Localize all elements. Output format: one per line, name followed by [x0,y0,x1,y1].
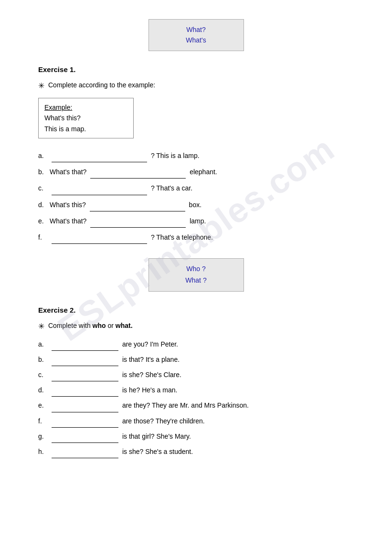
title-box: What? What's [148,19,244,51]
exercise1-section: Exercise 1. ✳ Complete according to the … [38,65,354,244]
exercise2-item-d: d. is he? He's a man. [38,384,354,397]
item2-letter-g: g. [38,431,50,442]
exercise2-item-h: h. is she? She's a student. [38,446,354,458]
exercise2-item-b: b. is that? It's a plane. [38,354,354,366]
asterisk2-icon: ✳ [38,322,44,331]
exercise1-item-d: d. What's this? box. [38,199,354,211]
example-line2: This is a map. [44,124,127,134]
item2-c-text: is she? She's Clare. [120,369,181,381]
item-b-text2: elephant. [188,166,217,178]
who-bold: who [93,322,106,329]
exercise2-item-a: a. are you? I'm Peter. [38,338,354,351]
asterisk-icon: ✳ [38,81,44,90]
item2-letter-e: e. [38,400,50,411]
exercise2-instruction: ✳ Complete with who or what. [38,322,354,331]
exercise2-items: a. are you? I'm Peter. b. is that? It's … [38,338,354,459]
exercise1-item-b: b. What's that? elephant. [38,166,354,179]
item2-a-text: are you? I'm Peter. [120,338,178,350]
item-d-text1: What's this? [50,199,88,211]
example-label: Example: [44,102,127,113]
exercise2-section: Exercise 2. ✳ Complete with who or what.… [38,306,354,459]
exercise1-item-a: a. ? This is a lamp. [38,150,354,162]
blank2-g[interactable] [52,431,118,443]
example-box: Example: What's this? This is a map. [38,98,134,138]
title-line2: What's [159,35,234,45]
item2-letter-b: b. [38,354,50,366]
item-b-text1: What's that? [50,166,88,178]
title-line1: What? [159,24,234,35]
item-f-text: ? That's a telephone. [149,232,213,243]
what-line: What ? [159,275,234,286]
what-bold: what. [116,322,133,329]
blank-f1[interactable] [52,232,147,244]
item2-letter-f: f. [38,415,50,427]
blank2-f[interactable] [52,415,118,428]
item2-f-text: are those? They're children. [120,415,205,427]
example-line1: What's this? [44,113,127,123]
item2-letter-h: h. [38,446,50,458]
exercise2-item-e: e. are they? They are Mr. and Mrs Parkin… [38,400,354,412]
exercise2-item-c: c. is she? She's Clare. [38,369,354,381]
exercise1-item-e: e. What's that? lamp. [38,215,354,228]
exercise1-title: Exercise 1. [38,65,354,74]
item-letter-e: e. [38,215,50,227]
who-line: Who ? [159,263,234,275]
blank2-e[interactable] [52,400,118,412]
item-letter-f: f. [38,232,50,243]
blank2-d[interactable] [52,384,118,397]
item-e-text1: What's that? [50,215,88,227]
page-content: ESLprintables.com What? What's Exercise … [38,19,354,458]
exercise1-items: a. ? This is a lamp. b. What's that? ele… [38,150,354,244]
item2-g-text: is that girl? She's Mary. [120,431,191,442]
item2-letter-d: d. [38,384,50,396]
blank2-h[interactable] [52,446,118,458]
blank2-c[interactable] [52,369,118,381]
item-letter-d: d. [38,199,50,211]
blank-d1[interactable] [90,199,185,211]
exercise1-instruction-text: Complete according to the example: [48,81,155,89]
blank2-b[interactable] [52,354,118,366]
item2-d-text: is he? He's a man. [120,384,177,396]
item2-letter-c: c. [38,369,50,381]
item-letter-b: b. [38,166,50,178]
blank-a1[interactable] [52,150,147,162]
exercise1-item-f: f. ? That's a telephone. [38,232,354,244]
who-what-box: Who ? What ? [148,258,244,292]
blank-e1[interactable] [90,215,186,228]
exercise2-instruction-text: Complete with who or what. [48,322,133,329]
item-letter-a: a. [38,150,50,162]
exercise2-title: Exercise 2. [38,306,354,314]
item2-h-text: is she? She's a student. [120,446,193,458]
blank-b1[interactable] [90,166,186,179]
item-a-text: ? This is a lamp. [149,150,200,162]
exercise2-item-f: f. are those? They're children. [38,415,354,428]
item-letter-c: c. [38,182,50,194]
blank-c1[interactable] [52,182,147,195]
item2-letter-a: a. [38,338,50,350]
item2-e-text: are they? They are Mr. and Mrs Parkinson… [120,400,249,411]
blank2-a[interactable] [52,338,118,351]
exercise1-item-c: c. ? That's a car. [38,182,354,195]
item2-b-text: is that? It's a plane. [120,354,180,366]
item-d-text2: box. [187,199,201,211]
exercise1-instruction: ✳ Complete according to the example: [38,81,354,90]
item-e-text2: lamp. [188,215,206,227]
item-c-text: ? That's a car. [149,182,192,194]
exercise2-item-g: g. is that girl? She's Mary. [38,431,354,443]
